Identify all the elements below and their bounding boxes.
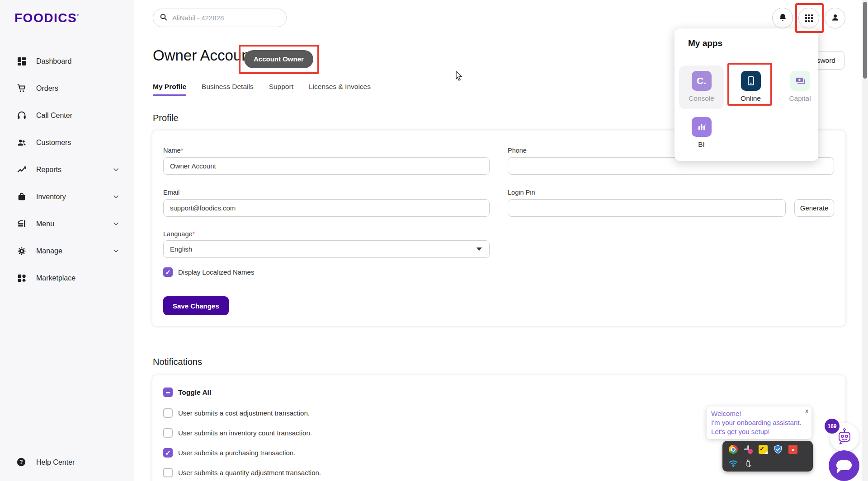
quantity-adjustment-checkbox[interactable] <box>163 468 173 477</box>
app-label: BI <box>679 140 724 149</box>
usb-device-icon[interactable] <box>744 459 753 468</box>
sidebar-item-dashboard[interactable]: Dashboard <box>0 48 134 75</box>
browser-icon[interactable] <box>729 445 738 454</box>
notification-row: User submits a quantity adjustment trans… <box>163 468 321 477</box>
sidebar-item-label: Orders <box>36 84 58 93</box>
select-arrow-icon <box>476 248 482 251</box>
app-capital[interactable]: Capital <box>778 65 822 109</box>
required-asterisk: * <box>193 230 195 238</box>
tab-business-details[interactable]: Business Details <box>202 83 254 96</box>
search-placeholder: AliNabil - 422828 <box>172 14 224 22</box>
sidebar-item-menu[interactable]: Menu <box>0 210 134 238</box>
apps-grid-icon <box>805 14 813 22</box>
tooltip-close-button[interactable]: x <box>806 407 809 414</box>
tab-licenses-invoices[interactable]: Licenses & Invoices <box>309 83 371 96</box>
inventory-count-checkbox[interactable] <box>163 428 173 438</box>
sidebar-item-reports[interactable]: Reports <box>0 156 134 183</box>
user-icon <box>830 13 840 24</box>
user-profile-button[interactable] <box>825 8 845 28</box>
name-label: Name* <box>163 147 183 154</box>
parallels-icon[interactable]: » <box>788 445 797 454</box>
burger-icon <box>16 219 27 229</box>
purchasing-checkbox[interactable] <box>163 448 173 458</box>
save-changes-button[interactable]: Save Changes <box>163 296 229 315</box>
wifi-icon[interactable] <box>729 459 738 468</box>
notification-row: User submits an inventory count transact… <box>163 428 312 438</box>
sidebar-item-label: Dashboard <box>36 57 71 65</box>
help-center-label: Help Center <box>36 458 75 467</box>
chevron-down-icon <box>113 193 119 202</box>
email-field[interactable] <box>163 199 490 217</box>
notification-row: User submits a purchasing transaction. <box>163 448 295 458</box>
toggle-all-label: Toggle All <box>178 388 211 397</box>
chat-bubble-icon <box>836 460 852 470</box>
display-localized-names-row: Display Localized Names <box>163 267 254 277</box>
language-select[interactable]: English <box>163 240 490 258</box>
page-scrollbar[interactable] <box>862 0 868 481</box>
account-owner-badge: Account Owner <box>244 50 313 68</box>
notification-label: User submits a cost adjustment transacti… <box>178 409 310 417</box>
sidebar-item-customers[interactable]: Customers <box>0 129 134 156</box>
assistant-tooltip: x Welcome! I'm your onboarding assistant… <box>707 406 811 439</box>
shield-icon[interactable] <box>774 445 783 454</box>
language-value: English <box>170 245 192 253</box>
phone-label: Phone <box>508 147 527 154</box>
sidebar-item-label: Manage <box>36 247 62 255</box>
sidebar-item-orders[interactable]: Orders <box>0 75 134 102</box>
assistant-line: Let's get you setup! <box>711 427 807 436</box>
cost-adjustment-checkbox[interactable] <box>163 408 173 418</box>
name-field[interactable] <box>163 157 490 175</box>
app-label: Capital <box>778 94 822 103</box>
notes-icon[interactable] <box>759 445 768 454</box>
headset-icon <box>16 110 27 121</box>
generate-pin-button[interactable]: Generate <box>794 199 834 217</box>
display-localized-names-label: Display Localized Names <box>178 268 254 276</box>
sidebar: FOODICS° Dashboard Orders Call Center Cu… <box>0 0 134 481</box>
app-online[interactable]: Online <box>728 65 773 109</box>
profile-section-heading: Profile <box>153 113 179 123</box>
sidebar-item-label: Marketplace <box>36 274 75 282</box>
tab-my-profile[interactable]: My Profile <box>153 83 186 96</box>
bi-app-icon <box>692 117 712 137</box>
apps-grid-button[interactable] <box>798 8 819 28</box>
sidebar-item-label: Inventory <box>36 193 66 201</box>
dashboard-icon <box>16 56 27 67</box>
sidebar-item-call-center[interactable]: Call Center <box>0 102 134 129</box>
notification-label: User submits an inventory count transact… <box>178 429 312 437</box>
scrollbar-thumb[interactable] <box>863 2 867 79</box>
login-pin-field[interactable] <box>508 199 786 217</box>
bell-icon <box>778 13 788 24</box>
notifications-bell-button[interactable] <box>772 8 793 28</box>
display-localized-names-checkbox[interactable] <box>163 267 173 277</box>
sidebar-item-inventory[interactable]: Inventory <box>0 183 134 210</box>
notification-label: User submits a quantity adjustment trans… <box>178 469 321 476</box>
search-input[interactable]: AliNabil - 422828 <box>153 9 287 27</box>
cart-icon <box>16 83 27 94</box>
email-label: Email <box>163 189 179 196</box>
slack-icon[interactable] <box>744 445 753 454</box>
unread-count-badge: 169 <box>825 419 840 434</box>
foodics-logo[interactable]: FOODICS° <box>14 11 80 25</box>
chevron-down-icon <box>113 220 119 229</box>
chevron-down-icon <box>113 166 119 175</box>
sidebar-item-label: Call Center <box>36 112 72 120</box>
app-bi[interactable]: BI <box>679 112 724 155</box>
search-icon <box>160 13 168 23</box>
gear-icon <box>16 246 27 257</box>
notifications-section-heading: Notifications <box>153 357 202 367</box>
bag-icon <box>16 191 27 202</box>
people-icon <box>16 137 27 148</box>
sidebar-item-marketplace[interactable]: Marketplace <box>0 265 134 292</box>
notification-label: User submits a purchasing transaction. <box>178 449 295 457</box>
profile-tabs: My Profile Business Details Support Lice… <box>153 83 371 96</box>
online-app-icon <box>741 71 761 91</box>
chat-launcher-button[interactable] <box>829 450 859 481</box>
marketplace-icon <box>16 273 27 284</box>
console-app-icon: C. <box>692 71 712 91</box>
tab-support[interactable]: Support <box>269 83 293 96</box>
sidebar-item-help-center[interactable]: ? Help Center <box>0 452 134 473</box>
app-label: Console <box>679 94 724 103</box>
sidebar-item-manage[interactable]: Manage <box>0 238 134 265</box>
toggle-all-checkbox[interactable] <box>163 388 173 397</box>
app-console[interactable]: C. Console <box>679 65 724 109</box>
